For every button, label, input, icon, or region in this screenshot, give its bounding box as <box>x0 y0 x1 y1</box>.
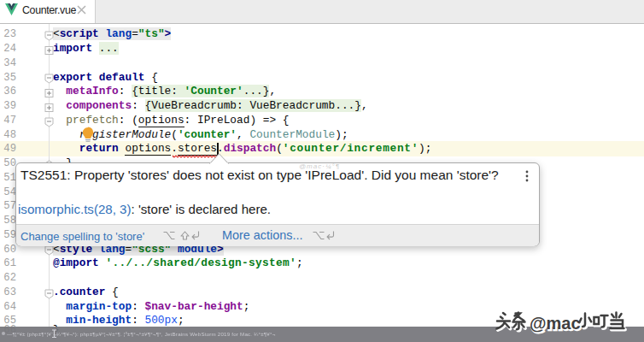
svg-text:@mac: @mac <box>530 314 581 333</box>
